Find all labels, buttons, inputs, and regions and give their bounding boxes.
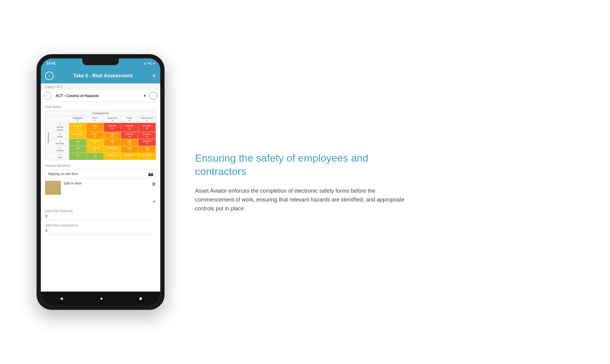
scroll-content: Risk Matrix Consequence Likelihood bbox=[41, 102, 160, 292]
nav-back-button[interactable]: ◄ bbox=[59, 296, 64, 301]
add-button[interactable]: + bbox=[152, 72, 156, 80]
hazard-dropdown-text: ACT - Control of Hazards bbox=[55, 94, 99, 98]
app-header: ← Take 5 - Risk Assessment + bbox=[41, 68, 160, 83]
page-container: 14:41 ▲ 4G ● ← Take 5 - Risk Assessment … bbox=[0, 0, 610, 364]
phone-wrapper: 14:41 ▲ 4G ● ← Take 5 - Risk Assessment … bbox=[24, 54, 177, 310]
hazard-thumbnail bbox=[45, 181, 61, 195]
add-hazard-button[interactable]: + bbox=[153, 199, 156, 205]
cell-2-1: Low2 bbox=[69, 146, 87, 153]
copy-label: Copy 1 of 1 bbox=[41, 83, 160, 90]
main-heading: Ensuring the safety of employees and con… bbox=[195, 151, 402, 178]
cell-3-5: Extreme15 bbox=[138, 139, 156, 146]
hazard-image-caption: Spill on floor bbox=[63, 181, 149, 185]
chevron-down-icon: ▾ bbox=[144, 94, 146, 98]
nav-recent-button[interactable]: ■ bbox=[139, 296, 142, 301]
row-label-4: 4Likely bbox=[51, 132, 69, 139]
likelihood-label: Likelihood bbox=[45, 116, 51, 160]
content-area: Copy 1 of 1 ← ACT - Control of Hazards ▾… bbox=[41, 83, 160, 292]
row-label-1: 1Rare bbox=[51, 153, 69, 160]
risk-matrix: Consequence Likelihood Negligible1 Mi bbox=[45, 110, 156, 160]
hazard-input-value: Slipping on wet floor bbox=[48, 172, 146, 176]
nav-home-button[interactable]: ● bbox=[100, 296, 103, 301]
cell-5-4: Extreme20 bbox=[121, 123, 138, 132]
next-icon: → bbox=[151, 94, 155, 98]
cell-4-4: Extreme16 bbox=[121, 132, 138, 139]
prev-icon: ← bbox=[46, 94, 50, 98]
cell-3-3: High9 bbox=[104, 139, 121, 146]
cell-1-4: Moderate4 bbox=[121, 153, 138, 160]
row-label-5: 5Almostcertain bbox=[51, 123, 69, 132]
matrix-row-1: 1Rare Low1 Low2 Moderate3 Moderate4 Mode… bbox=[51, 153, 156, 160]
matrix-col-moderate: Moderate3 bbox=[104, 116, 121, 123]
battery-icon: ● bbox=[153, 62, 155, 65]
cell-2-4: High8 bbox=[121, 146, 138, 153]
phone-notch bbox=[82, 58, 119, 65]
matrix-row-2: 2Unlikely Low2 Moderate4 Moderate6 High8… bbox=[51, 146, 156, 153]
matrix-row-4: 4Likely Moderate4 High8 High12 Extreme16… bbox=[51, 132, 156, 139]
cell-1-5: Moderate5 bbox=[138, 153, 156, 160]
network-icon: 4G bbox=[148, 62, 152, 65]
status-icons: ▲ 4G ● bbox=[144, 62, 155, 65]
cell-1-1: Low1 bbox=[69, 153, 87, 160]
matrix-body: Likelihood Negligible1 Minor2 Moderate3 bbox=[45, 116, 156, 160]
matrix-header-empty bbox=[51, 116, 69, 123]
camera-icon[interactable]: 📷 bbox=[148, 171, 153, 176]
row-label-3: 3Possible bbox=[51, 139, 69, 146]
right-content: Ensuring the safety of employees and con… bbox=[177, 139, 586, 225]
app-title: Take 5 - Risk Assessment bbox=[73, 73, 133, 79]
matrix-col-catastrophic: Catastrophic5 bbox=[138, 116, 156, 123]
matrix-grid: Negligible1 Minor2 Moderate3 Major4 Cata… bbox=[51, 116, 156, 160]
matrix-col-major: Major4 bbox=[121, 116, 138, 123]
cell-1-3: Moderate3 bbox=[104, 153, 121, 160]
cell-5-1: Moderate5 bbox=[69, 123, 87, 132]
risk-consequence-field: Initial Risk consequence 3 bbox=[45, 224, 156, 234]
phone: 14:41 ▲ 4G ● ← Take 5 - Risk Assessment … bbox=[37, 54, 165, 310]
nav-next-button[interactable]: → bbox=[149, 92, 157, 100]
matrix-row-3: 3Possible Low3 Moderate6 High9 High12 Ex… bbox=[51, 139, 156, 146]
hazard-input-row[interactable]: Slipping on wet floor 📷 bbox=[45, 169, 156, 178]
matrix-header-row: Negligible1 Minor2 Moderate3 Major4 Cata… bbox=[51, 116, 156, 123]
matrix-col-minor: Minor2 bbox=[87, 116, 104, 123]
hazard-add-row: + bbox=[45, 197, 156, 206]
risk-likelihood-label: Initial Risk likelihood bbox=[45, 209, 156, 213]
signal-icon: ▲ bbox=[144, 62, 147, 65]
risk-consequence-value: 3 bbox=[45, 228, 156, 234]
cell-4-5: Extreme20 bbox=[138, 132, 156, 139]
nav-prev-button[interactable]: ← bbox=[44, 92, 52, 100]
cell-5-5: Extreme25 bbox=[138, 123, 156, 132]
back-icon: ← bbox=[47, 73, 51, 78]
risk-matrix-label: Risk Matrix bbox=[45, 105, 156, 109]
risk-matrix-container: Risk Matrix Consequence Likelihood bbox=[45, 105, 156, 160]
back-button[interactable]: ← bbox=[45, 72, 54, 80]
hazard-label: Hazard identified bbox=[45, 164, 156, 167]
cell-3-2: Moderate6 bbox=[87, 139, 104, 146]
matrix-row-5: 5Almostcertain Moderate5 High10 Extreme1… bbox=[51, 123, 156, 132]
hazard-dropdown[interactable]: ACT - Control of Hazards ▾ bbox=[54, 94, 147, 98]
status-time: 14:41 bbox=[46, 61, 56, 65]
matrix-col-negligible: Negligible1 bbox=[69, 116, 87, 123]
hazard-image-row: Spill on floor 🗑 bbox=[45, 181, 156, 195]
hazard-section: Hazard identified Slipping on wet floor … bbox=[45, 164, 156, 206]
cell-1-2: Low2 bbox=[87, 153, 104, 160]
cell-4-3: High12 bbox=[104, 132, 121, 139]
risk-consequence-label: Initial Risk consequence bbox=[45, 224, 156, 227]
cell-3-4: High12 bbox=[121, 139, 138, 146]
row-label-2: 2Unlikely bbox=[51, 146, 69, 153]
cell-2-2: Moderate4 bbox=[87, 146, 104, 153]
bottom-nav: ◄ ● ■ bbox=[41, 292, 160, 306]
cell-4-2: High8 bbox=[87, 132, 104, 139]
cell-2-5: High10 bbox=[138, 146, 156, 153]
cell-5-2: High10 bbox=[87, 123, 104, 132]
risk-likelihood-value: 3 bbox=[45, 214, 156, 220]
consequence-header: Consequence bbox=[45, 111, 156, 116]
cell-4-1: Moderate4 bbox=[69, 132, 87, 139]
cell-2-3: Moderate6 bbox=[104, 146, 121, 153]
phone-screen: 14:41 ▲ 4G ● ← Take 5 - Risk Assessment … bbox=[41, 58, 160, 306]
delete-icon[interactable]: 🗑 bbox=[152, 181, 156, 186]
risk-likelihood-field: Initial Risk likelihood 3 bbox=[45, 209, 156, 220]
main-description: Asset Aviator enforces the completion of… bbox=[195, 187, 414, 213]
hazard-nav: ← ACT - Control of Hazards ▾ → bbox=[41, 90, 160, 102]
cell-3-1: Low3 bbox=[69, 139, 87, 146]
cell-5-3: Extreme15 bbox=[104, 123, 121, 132]
